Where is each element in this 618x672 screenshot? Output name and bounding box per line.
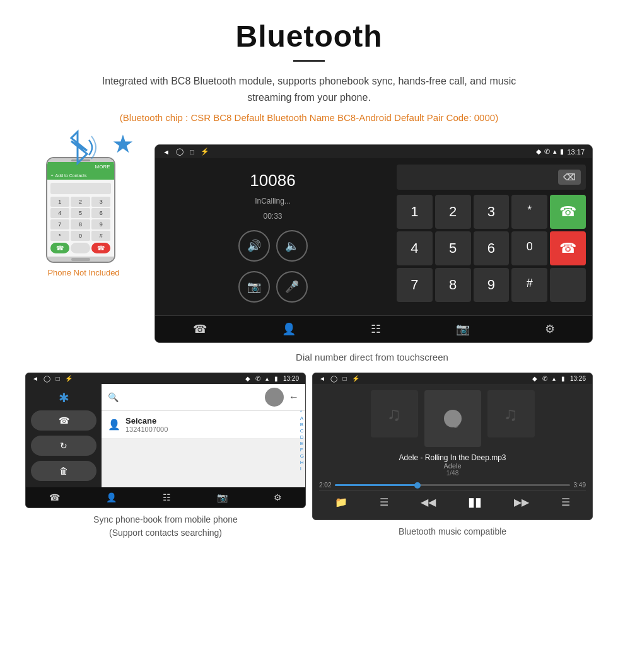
volume-down-button[interactable]: 🔈: [276, 230, 308, 262]
phone-key-hash: #: [91, 231, 111, 241]
ms-wifi-icon: ▴: [552, 375, 556, 382]
transfer-button[interactable]: 📷: [238, 271, 270, 303]
num-btn-7[interactable]: 7: [397, 268, 433, 302]
phone-mockup-area: ★: [25, 144, 142, 277]
pb-nav-grid[interactable]: ☷: [163, 492, 171, 502]
phone-key-5: 5: [71, 208, 90, 218]
call-controls: 🔊 🔈: [238, 230, 308, 262]
music-caption: Bluetooth music compatible: [312, 520, 593, 538]
ms-phone-icon: ✆: [542, 375, 547, 382]
progress-bar[interactable]: [335, 484, 569, 486]
phone-not-included-text: Phone Not Included: [47, 268, 119, 277]
prev-track-icon[interactable]: ◀◀: [421, 496, 436, 508]
ms-home-icon: ◯: [330, 375, 337, 382]
pb-status-right: ◆ ✆ ▴ ▮ 13:20: [245, 375, 299, 382]
nav-calls-icon[interactable]: ☎: [193, 322, 207, 336]
alpha-d: D: [300, 434, 304, 440]
phone-key-0: 0: [71, 231, 90, 241]
num-btn-3[interactable]: 3: [474, 195, 510, 229]
dialer-body: 10086 InCalling... 00:33 🔊 🔈 📷 🎤 ⌫ 1: [155, 158, 592, 315]
pb-battery-icon: ▮: [274, 375, 278, 382]
album-art-center-container: ♫: [424, 390, 481, 447]
dialer-input-row: ⌫: [397, 165, 586, 190]
pb-home-icon: ◯: [44, 375, 50, 382]
phone-end-btn: ☎: [91, 243, 111, 253]
phone-key-8: 8: [71, 219, 90, 229]
phone-key-7: 7: [50, 219, 70, 229]
pb-nav-gear[interactable]: ⚙: [274, 492, 282, 502]
pb-contact-row[interactable]: 👤 Seicane 13241007000: [102, 411, 305, 439]
phone-key-4: 4: [50, 208, 70, 218]
header-description: Integrated with BC8 Bluetooth module, su…: [95, 73, 523, 105]
call-accept-button[interactable]: ☎: [550, 195, 586, 229]
bt-svg-area: [59, 129, 96, 169]
section-bottom: ◄ ◯ □ ⚡ ◆ ✆ ▴ ▮ 13: [0, 373, 618, 550]
dialer-caption: Dial number direct from touchscreen: [126, 349, 618, 373]
home-circle-icon: ◯: [176, 148, 184, 156]
pb-nav-calls[interactable]: ☎: [49, 492, 60, 502]
album-art-row: ♫ ♫ ♫: [319, 390, 586, 447]
progress-row: 2:02 3:49: [319, 480, 586, 490]
bluetooth-symbol-icon: ★: [113, 132, 132, 157]
dialer-nav-bar: ☎ 👤 ☷ 📷 ⚙: [155, 315, 592, 342]
extra-controls: 📷 🎤: [238, 271, 308, 303]
pb-phone-btn[interactable]: ☎: [31, 410, 96, 431]
num-btn-0[interactable]: 0: [511, 231, 547, 265]
pb-wifi2-icon: ▴: [265, 375, 269, 382]
add-contacts-label: Add to Contacts: [55, 173, 87, 178]
play-pause-button[interactable]: ▮▮: [468, 494, 482, 509]
pb-delete-btn[interactable]: 🗑: [31, 461, 96, 481]
num-btn-8[interactable]: 8: [435, 268, 471, 302]
music-note-left-icon: ♫: [387, 403, 402, 425]
call-end-button[interactable]: ☎: [550, 231, 586, 265]
folder-icon[interactable]: 📁: [335, 496, 347, 508]
num-btn-6[interactable]: 6: [474, 231, 510, 265]
total-time: 3:49: [574, 482, 586, 489]
nav-contacts-icon[interactable]: 👤: [282, 322, 296, 336]
phone-screen: 1 2 3 4 5 6 7 8 9 * 0 #: [47, 180, 114, 257]
plus-icon: +: [51, 173, 54, 178]
pb-refresh-btn[interactable]: ↻: [31, 436, 96, 456]
next-track-icon[interactable]: ▶▶: [514, 496, 529, 508]
alpha-i: I: [300, 466, 304, 472]
song-title: Adele - Rolling In the Deep.mp3: [319, 453, 586, 462]
num-btn-1[interactable]: 1: [397, 195, 433, 229]
pb-bluetooth-icon: ✱: [31, 390, 96, 405]
status-icons-right: ◆ ✆ ▴ ▮ 13:17: [536, 148, 585, 156]
num-btn-4[interactable]: 4: [397, 231, 433, 265]
backspace-button[interactable]: ⌫: [558, 170, 581, 185]
pb-back-arrow-icon[interactable]: ←: [289, 391, 299, 403]
pb-back-icon: ◄: [32, 375, 38, 382]
num-btn-hash[interactable]: #: [511, 268, 547, 302]
section-dialer: ★: [0, 132, 618, 349]
phone-key-star: *: [50, 231, 70, 241]
num-btn-9[interactable]: 9: [474, 268, 510, 302]
eq-icon[interactable]: ☰: [561, 496, 570, 508]
playlist-icon[interactable]: ☰: [380, 496, 388, 508]
pb-nav-person[interactable]: 👤: [106, 492, 117, 502]
nav-settings-icon[interactable]: ⚙: [545, 322, 555, 336]
microphone-button[interactable]: 🎤: [276, 271, 308, 303]
volume-up-button[interactable]: 🔊: [238, 230, 270, 262]
contact-name: Seicane: [125, 416, 168, 426]
search-icon: 🔍: [108, 392, 119, 402]
phone-key-2: 2: [71, 197, 90, 207]
num-btn-2[interactable]: 2: [435, 195, 471, 229]
status-nav-icons: ◄ ◯ □ ⚡: [163, 148, 209, 156]
numpad-grid: 1 2 3 * ☎ 4 5 6 0 ☎ 7 8 9 #: [397, 195, 586, 302]
add-contacts-row: + Add to Contacts: [47, 171, 114, 180]
music-screen: ◄ ◯ □ ⚡ ◆ ✆ ▴ ▮ 13: [312, 373, 593, 520]
num-btn-star[interactable]: *: [511, 195, 547, 229]
bluetooth-logo-icon: [59, 129, 96, 166]
phone-space-btn: [71, 243, 90, 253]
pb-nav-phone2[interactable]: 📷: [217, 492, 228, 502]
num-btn-5[interactable]: 5: [435, 231, 471, 265]
nav-transfer-icon[interactable]: 📷: [456, 322, 470, 336]
phone-signal-icon: ✆: [544, 148, 550, 156]
ms-battery-icon: ▮: [561, 375, 565, 382]
nav-dialpad-icon[interactable]: ☷: [371, 322, 381, 336]
alpha-g: G: [300, 453, 304, 459]
numpad-panel: ⌫ 1 2 3 * ☎ 4 5 6 0 ☎ 7 8 9 #: [390, 158, 592, 315]
pb-nav-bar: ☎ 👤 ☷ 📷 ⚙: [26, 487, 305, 507]
caption-line2: (Support contacts searching): [109, 528, 222, 538]
